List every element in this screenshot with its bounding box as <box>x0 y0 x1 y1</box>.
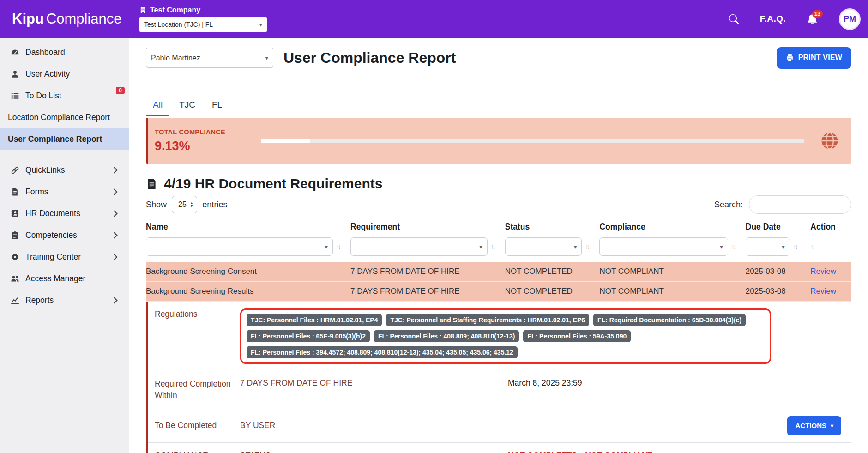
row-compliance: NOT COMPLIANT <box>599 267 745 276</box>
row-name: Background Screening Results <box>146 287 350 296</box>
sort-icon[interactable]: ↑↓ <box>336 243 341 250</box>
training-icon <box>10 253 19 261</box>
sidebar-item-location-compliance-report[interactable]: Location Compliance Report <box>0 107 129 128</box>
todo-list-icon <box>10 91 19 100</box>
filter-cell-action: ↑↓ <box>810 243 851 250</box>
due-date-filter-select[interactable] <box>746 238 790 255</box>
user-select[interactable]: Pablo Martinez <box>146 48 273 67</box>
notifications-button[interactable]: 13 <box>807 14 818 24</box>
table-filter-row: ↑↓ ↑↓ ↑↓ ↑↓ ↑↓ ↑ <box>146 237 851 256</box>
sidebar-item-label: HR Documents <box>25 209 80 218</box>
sort-icon[interactable]: ↑↓ <box>793 243 798 250</box>
review-link[interactable]: Review <box>810 287 836 296</box>
sidebar: Dashboard User Activity To Do List 0 Loc… <box>0 38 129 453</box>
sidebar-item-competencies[interactable]: Competencies <box>0 224 129 246</box>
sidebar-item-hr-documents[interactable]: HR Documents <box>0 203 129 224</box>
link-icon <box>10 166 19 175</box>
page-title: User Compliance Report <box>283 49 456 66</box>
sidebar-item-label: Access Manager <box>25 274 85 284</box>
requirement-filter-wrap <box>350 237 488 256</box>
sidebar-item-reports[interactable]: Reports <box>0 290 129 311</box>
compliance-progress-bar <box>261 139 804 143</box>
competencies-icon <box>10 231 19 240</box>
chevron-right-icon <box>113 210 118 217</box>
requirement-filter-select[interactable] <box>351 238 487 255</box>
filter-cell-requirement: ↑↓ <box>350 237 505 256</box>
filter-cell-name: ↑↓ <box>146 237 350 256</box>
sidebar-item-training-center[interactable]: Training Center <box>0 246 129 268</box>
column-header-action[interactable]: Action <box>810 222 851 232</box>
row-detail-panel: Regulations TJC: Personnel Files : HRM.0… <box>146 302 851 453</box>
column-header-compliance[interactable]: Compliance <box>599 222 745 232</box>
page-size-select[interactable]: 25 ▴▾ <box>172 196 197 213</box>
chevron-right-icon <box>113 232 118 239</box>
location-select[interactable]: Test Location (TJC) | FL <box>139 17 267 32</box>
status-filter-wrap <box>505 237 582 256</box>
caret-down-icon: ▾ <box>831 423 833 429</box>
faq-link[interactable]: F.A.Q. <box>760 14 786 24</box>
sidebar-item-label: Location Compliance Report <box>8 113 110 122</box>
sidebar-item-label: To Do List <box>25 91 61 101</box>
search-icon[interactable] <box>729 14 739 24</box>
row-status: NOT COMPLETED <box>505 287 600 296</box>
name-filter-select[interactable] <box>146 238 332 255</box>
search-input[interactable] <box>749 195 851 214</box>
search-control: Search: <box>714 195 851 214</box>
sidebar-item-label: User Activity <box>25 69 70 79</box>
globe-icon <box>820 131 839 151</box>
sort-icon[interactable]: ↑↓ <box>731 243 736 250</box>
sidebar-item-user-activity[interactable]: User Activity <box>0 63 129 85</box>
sidebar-item-todo-list[interactable]: To Do List 0 <box>0 85 129 107</box>
regulation-badge: FL: Required Documentation : 65D-30.004(… <box>593 314 746 326</box>
row-requirement: 7 DAYS FROM DATE OF HIRE <box>350 287 505 296</box>
topbar-actions: F.A.Q. 13 PM <box>729 8 868 30</box>
table-row[interactable]: Background Screening Consent 7 DAYS FROM… <box>146 262 851 282</box>
page-size-value: 25 <box>178 200 187 209</box>
compliance-filter-select[interactable] <box>600 238 727 255</box>
detail-row-compliance: COMPLIANCE STATUS NOT COMPLETED : NOT CO… <box>148 443 851 453</box>
sidebar-item-quicklinks[interactable]: QuickLinks <box>0 159 129 181</box>
tab-tjc[interactable]: TJC <box>172 96 202 116</box>
show-label: Show <box>146 200 167 210</box>
row-due-date: 2025-03-08 <box>746 287 811 296</box>
actions-button[interactable]: ACTIONS ▾ <box>787 416 841 435</box>
sidebar-item-access-manager[interactable]: Access Manager <box>0 268 129 290</box>
review-link[interactable]: Review <box>810 267 836 276</box>
top-header: KipuCompliance Test Company Test Locatio… <box>0 0 868 38</box>
actions-label: ACTIONS <box>795 422 826 429</box>
spinner-arrows-icon: ▴▾ <box>191 201 193 208</box>
total-compliance-banner: TOTAL COMPLIANCE 9.13% <box>146 118 851 164</box>
column-header-requirement[interactable]: Requirement <box>350 222 505 232</box>
tab-all[interactable]: All <box>146 96 169 116</box>
compliance-progress-fill <box>261 139 310 143</box>
sidebar-item-label: Reports <box>25 296 54 305</box>
detail-row-required-completion: Required Completion Within 7 DAYS FROM D… <box>148 371 851 409</box>
sidebar-item-user-compliance-report[interactable]: User Compliance Report <box>0 128 129 150</box>
table-row[interactable]: Background Screening Results 7 DAYS FROM… <box>146 282 851 302</box>
location-select-wrap: Test Location (TJC) | FL <box>139 17 267 32</box>
user-select-wrap: Pablo Martinez <box>146 48 273 68</box>
column-header-due-date[interactable]: Due Date <box>746 222 811 232</box>
row-status: NOT COMPLETED <box>505 267 600 276</box>
brand-logo[interactable]: KipuCompliance <box>0 11 129 27</box>
sidebar-item-forms[interactable]: Forms <box>0 181 129 203</box>
sidebar-item-dashboard[interactable]: Dashboard <box>0 42 129 63</box>
column-header-name[interactable]: Name <box>146 222 350 232</box>
sort-icon[interactable]: ↑↓ <box>491 243 496 250</box>
sort-icon[interactable]: ↑↓ <box>810 243 815 250</box>
sort-icon[interactable]: ↑↓ <box>585 243 590 250</box>
total-compliance-label: TOTAL COMPLIANCE <box>155 128 245 136</box>
company-name-row: Test Company <box>139 6 267 14</box>
sidebar-item-label: User Compliance Report <box>8 134 102 144</box>
name-filter-wrap <box>146 237 333 256</box>
avatar[interactable]: PM <box>839 8 861 30</box>
banner-info: TOTAL COMPLIANCE 9.13% <box>155 128 245 153</box>
row-compliance: NOT COMPLIANT <box>599 287 745 296</box>
tab-fl[interactable]: FL <box>205 96 229 116</box>
print-view-button[interactable]: PRINT VIEW <box>777 47 851 69</box>
regulations-label: Regulations <box>155 308 240 320</box>
regulation-badge: FL: Personnel Files : 394.4572; 408.809;… <box>247 346 518 358</box>
status-filter-select[interactable] <box>506 238 582 255</box>
column-header-status[interactable]: Status <box>505 222 600 232</box>
company-name: Test Company <box>150 6 200 14</box>
